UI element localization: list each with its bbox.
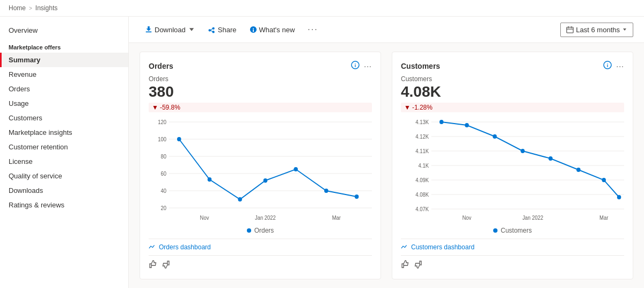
- customers-card-header: Customers i ···: [401, 61, 624, 71]
- orders-change-badge: ▼ -59.8%: [149, 103, 372, 112]
- customers-more-button[interactable]: ···: [616, 62, 624, 70]
- share-icon: [208, 26, 216, 33]
- sidebar-item-marketplace-insights[interactable]: Marketplace insights: [0, 125, 128, 140]
- date-filter-label: Last 6 months: [576, 26, 620, 34]
- customers-thumbs-down-button[interactable]: [414, 260, 422, 270]
- svg-text:4.12K: 4.12K: [415, 134, 429, 140]
- customers-change-arrow: ▼: [404, 104, 411, 111]
- svg-point-46: [465, 123, 469, 127]
- customers-dashboard-link[interactable]: Customers dashboard: [401, 239, 624, 253]
- breadcrumb-home[interactable]: Home: [9, 4, 26, 12]
- sidebar-item-revenue[interactable]: Revenue: [0, 67, 128, 82]
- orders-card-title: Orders: [149, 62, 173, 70]
- svg-point-48: [521, 149, 525, 153]
- orders-legend-label: Orders: [254, 227, 274, 234]
- breadcrumb: Home > Insights: [0, 0, 644, 17]
- svg-text:60: 60: [161, 171, 167, 177]
- svg-text:20: 20: [161, 205, 167, 211]
- svg-text:4.07K: 4.07K: [415, 206, 429, 212]
- customers-chart-legend: Customers: [401, 227, 624, 234]
- svg-point-47: [493, 134, 497, 139]
- customers-info-icon: i: [603, 61, 612, 69]
- customers-thumbs-up-icon: [401, 260, 409, 269]
- sidebar: Overview Marketplace offers Summary Reve…: [0, 17, 129, 288]
- orders-legend-dot: [247, 228, 251, 233]
- customers-change-badge: ▼ -1.28%: [401, 103, 624, 112]
- svg-text:4.08K: 4.08K: [415, 192, 429, 198]
- more-button[interactable]: ···: [302, 22, 323, 37]
- sidebar-item-quality-of-service[interactable]: Quality of service: [0, 169, 128, 183]
- customers-card-icons: i ···: [603, 61, 624, 71]
- date-filter-chevron-icon: [622, 27, 627, 32]
- svg-text:Mar: Mar: [332, 215, 341, 221]
- orders-more-button[interactable]: ···: [364, 62, 372, 70]
- orders-thumbs-down-button[interactable]: [162, 260, 170, 270]
- svg-point-51: [602, 178, 606, 182]
- toolbar: Download Share What's new ··· Last 6 mon…: [129, 17, 644, 43]
- customers-thumbs-up-button[interactable]: [401, 260, 409, 270]
- customers-dashboard-icon: [401, 244, 408, 251]
- customers-card-title: Customers: [401, 62, 440, 70]
- breadcrumb-separator: >: [29, 5, 32, 11]
- orders-change-value: -59.8%: [160, 104, 180, 111]
- svg-text:Mar: Mar: [599, 215, 609, 221]
- orders-thumbs-up-button[interactable]: [149, 260, 157, 270]
- customers-dashboard-link-label: Customers dashboard: [411, 243, 474, 251]
- sidebar-item-customer-retention[interactable]: Customer retention: [0, 140, 128, 154]
- share-button[interactable]: Share: [203, 23, 242, 37]
- download-label: Download: [155, 26, 186, 34]
- info-icon: i: [351, 61, 360, 69]
- customers-change-value: -1.28%: [412, 104, 433, 111]
- svg-point-52: [617, 195, 621, 199]
- orders-dashboard-link[interactable]: Orders dashboard: [149, 239, 372, 253]
- svg-text:4.11K: 4.11K: [415, 148, 429, 154]
- sidebar-item-orders[interactable]: Orders: [0, 82, 128, 96]
- orders-info-button[interactable]: i: [351, 61, 360, 71]
- sidebar-item-customers[interactable]: Customers: [0, 111, 128, 125]
- sidebar-item-summary[interactable]: Summary: [0, 53, 128, 67]
- orders-dashboard-icon: [149, 244, 156, 251]
- svg-point-50: [576, 168, 581, 172]
- orders-feedback: [149, 255, 372, 270]
- svg-text:i: i: [355, 63, 356, 68]
- customers-card: Customers i ··· Customers 4.08K: [392, 52, 633, 279]
- customers-info-button[interactable]: i: [603, 61, 612, 71]
- orders-chart-legend: Orders: [149, 227, 372, 234]
- svg-point-21: [238, 197, 242, 201]
- svg-text:Nov: Nov: [200, 215, 209, 221]
- orders-dashboard-link-label: Orders dashboard: [159, 243, 211, 251]
- svg-point-19: [177, 137, 181, 141]
- sidebar-item-ratings-reviews[interactable]: Ratings & reviews: [0, 198, 128, 212]
- orders-card-header: Orders i ···: [149, 61, 372, 71]
- svg-text:4.13K: 4.13K: [415, 119, 429, 125]
- more-icon: ···: [308, 25, 318, 34]
- sidebar-item-downloads[interactable]: Downloads: [0, 183, 128, 198]
- calendar-icon: [566, 26, 574, 33]
- svg-text:100: 100: [158, 136, 166, 142]
- orders-card-icons: i ···: [351, 61, 372, 71]
- download-button[interactable]: Download: [140, 23, 201, 37]
- sidebar-item-usage[interactable]: Usage: [0, 96, 128, 111]
- download-chevron-icon: [188, 26, 195, 33]
- svg-text:4.09K: 4.09K: [415, 177, 429, 183]
- orders-more-icon: ···: [364, 62, 372, 70]
- orders-chart-svg: 120 100 80 60 40 20: [149, 117, 372, 224]
- sidebar-item-license[interactable]: License: [0, 154, 128, 169]
- svg-text:120: 120: [158, 119, 166, 125]
- svg-point-49: [548, 156, 553, 161]
- whats-new-button[interactable]: What's new: [244, 23, 301, 37]
- customers-metric-value: 4.08K: [401, 84, 624, 100]
- date-filter-button[interactable]: Last 6 months: [560, 23, 633, 37]
- share-label: Share: [218, 26, 237, 34]
- customers-legend-dot: [493, 228, 497, 233]
- thumbs-down-icon: [162, 260, 170, 269]
- orders-metric-label: Orders: [149, 75, 372, 83]
- orders-card: Orders i ··· Orders 380 ▼: [140, 52, 381, 279]
- content-area: Download Share What's new ··· Last 6 mon…: [129, 17, 644, 288]
- svg-point-22: [264, 178, 268, 183]
- svg-rect-0: [146, 32, 152, 33]
- sidebar-item-overview[interactable]: Overview: [0, 23, 128, 38]
- svg-point-45: [440, 120, 444, 124]
- svg-text:40: 40: [161, 188, 167, 194]
- customers-more-icon: ···: [616, 62, 624, 70]
